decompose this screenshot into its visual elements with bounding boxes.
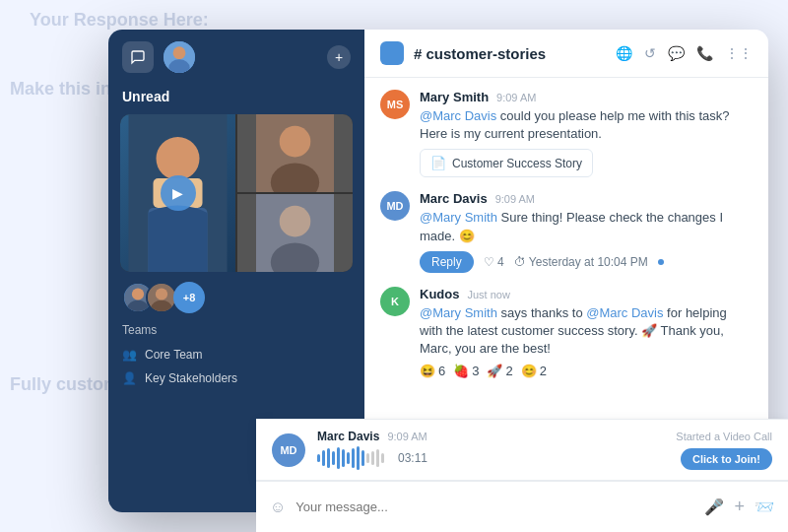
attachment-1[interactable]: 📄 Customer Success Story [420, 149, 593, 177]
join-call-button[interactable]: Click to Join! [681, 448, 772, 470]
bg-text-1: Your Response Here: [30, 10, 209, 31]
msg-name-marc: Marc Davis [420, 191, 488, 206]
teams-title: Teams [122, 323, 351, 337]
dot-indicator [658, 259, 664, 265]
avatar-plus[interactable]: +8 [173, 282, 205, 313]
msg-text-1: @Marc Davis could you please help me wit… [420, 107, 753, 143]
user-avatar[interactable] [164, 41, 195, 73]
call-header: Marc Davis 9:09 AM [317, 430, 664, 443]
message-input[interactable] [296, 499, 694, 514]
globe-icon[interactable]: 🌐 [616, 45, 632, 61]
mic-icon[interactable]: 🎤 [704, 498, 724, 516]
avatar-mary: MS [380, 90, 410, 119]
team-stakeholders[interactable]: 👤 Key Stakeholders [122, 366, 351, 390]
wave-bar-6 [342, 449, 345, 467]
started-text: Started a Video Call [676, 431, 772, 442]
header-icons: 🌐 ↺ 💬 📞 ⋮⋮ [616, 45, 753, 61]
video-call-right: Started a Video Call Click to Join! [676, 431, 772, 470]
grid-icon[interactable]: ⋮⋮ [725, 45, 753, 61]
msg-header-3: Kudos Just now [420, 287, 753, 301]
call-sender: Marc Davis [317, 430, 379, 443]
wave-bar-1 [317, 454, 320, 462]
wave-bar-9 [357, 446, 360, 470]
msg-header-2: Marc Davis 9:09 AM [420, 191, 753, 206]
msg-actions-2: Reply ♡ 4 ⏱ Yesterday at 10:04 PM [420, 251, 753, 273]
svg-point-17 [156, 288, 167, 299]
wave-bar-7 [347, 452, 350, 464]
message-1: MS Mary Smith 9:09 AM @Marc Davis could … [380, 90, 753, 177]
refresh-icon[interactable]: ↺ [644, 45, 656, 61]
avatar-marc: MD [380, 191, 410, 221]
channel-color-badge [380, 41, 404, 65]
reply-button[interactable]: Reply [420, 251, 474, 273]
msg-content-3: Kudos Just now @Mary Smith says thanks t… [420, 287, 753, 379]
call-avatar: MD [272, 433, 305, 467]
msg-body-3a: says thanks to [501, 305, 587, 320]
video-grid: ▶ [120, 114, 353, 272]
avatar-kudos: K [380, 287, 410, 316]
timestamp-detail: ⏱ Yesterday at 10:04 PM [514, 255, 648, 269]
attach-btn-icon[interactable]: + [734, 497, 745, 517]
video-cell-br [237, 194, 353, 272]
svg-point-14 [132, 288, 144, 299]
call-info: Marc Davis 9:09 AM 03:11 [317, 430, 664, 470]
team-core[interactable]: 👥 Core Team [122, 343, 351, 366]
wave-bar-14 [381, 453, 384, 463]
team-label-1: Core Team [145, 348, 202, 362]
sidebar-top: + [108, 30, 364, 85]
wave-bar-5 [337, 447, 340, 469]
wave-bar-4 [332, 451, 335, 465]
wave-bar-8 [352, 448, 355, 468]
video-cell-main[interactable]: ▶ [120, 114, 235, 272]
attach-label: Customer Success Story [452, 157, 582, 170]
avatar-row: +8 [108, 272, 364, 323]
msg-header-1: Mary Smith 9:09 AM [420, 90, 753, 104]
svg-point-1 [173, 46, 186, 59]
msg-time-2: 9:09 AM [495, 193, 535, 205]
call-duration: 03:11 [398, 451, 427, 465]
wave-bar-11 [366, 453, 369, 463]
wave-bar-10 [361, 450, 364, 466]
attach-icon: 📄 [430, 156, 446, 170]
msg-time-3: Just now [467, 289, 509, 300]
msg-text-2: @Mary Smith Sure thing! Please check the… [420, 209, 753, 244]
msg-text-3: @Mary Smith says thanks to @Marc Davis f… [420, 304, 753, 359]
video-cell-tr [237, 114, 353, 192]
message-2: MD Marc Davis 9:09 AM @Mary Smith Sure t… [380, 191, 753, 272]
reaction-4[interactable]: 😊 2 [521, 364, 547, 378]
emoji-icon[interactable]: ☺ [270, 499, 286, 516]
video-call-card: MD Marc Davis 9:09 AM 03 [256, 419, 788, 481]
mention-marc2: @Marc Davis [586, 305, 663, 320]
svg-point-11 [280, 206, 311, 237]
audio-wave [317, 446, 384, 470]
chat-icon[interactable] [122, 41, 154, 73]
mention-marc: @Marc Davis [420, 108, 496, 123]
call-time: 9:09 AM [387, 431, 427, 442]
message-input-bar: ☺ 🎤 + 📨 [256, 481, 788, 532]
reaction-3[interactable]: 🚀 2 [487, 364, 512, 378]
team-icon-1: 👥 [122, 348, 137, 362]
msg-name-kudos: Kudos [420, 287, 459, 301]
channel-name: # customer-stories [414, 45, 546, 62]
send-icon[interactable]: 📨 [755, 498, 774, 516]
mention-mary2: @Mary Smith [420, 305, 497, 320]
phone-icon[interactable]: 📞 [696, 45, 713, 61]
chat-header-icon[interactable]: 💬 [668, 45, 685, 61]
reaction-1[interactable]: 😆 6 [420, 364, 445, 378]
emoji-reactions: 😆 6 🍓 3 🚀 2 😊 2 [420, 364, 753, 378]
play-button[interactable]: ▶ [161, 175, 196, 211]
reaction-2[interactable]: 🍓 3 [453, 364, 479, 378]
svg-point-8 [280, 126, 311, 158]
mention-mary: @Mary Smith [420, 210, 497, 225]
wave-bar-13 [376, 449, 379, 467]
team-icon-2: 👤 [122, 371, 137, 385]
msg-content-1: Mary Smith 9:09 AM @Marc Davis could you… [420, 90, 753, 177]
chat-header: # customer-stories 🌐 ↺ 💬 📞 ⋮⋮ [364, 30, 768, 78]
msg-time-1: 9:09 AM [496, 92, 536, 103]
teams-section: Teams 👥 Core Team 👤 Key Stakeholders [108, 323, 364, 390]
add-button[interactable]: + [327, 45, 351, 69]
reaction-count: ♡ 4 [484, 255, 504, 269]
team-label-2: Key Stakeholders [145, 371, 237, 385]
svg-point-4 [157, 137, 200, 180]
msg-content-2: Marc Davis 9:09 AM @Mary Smith Sure thin… [420, 191, 753, 272]
